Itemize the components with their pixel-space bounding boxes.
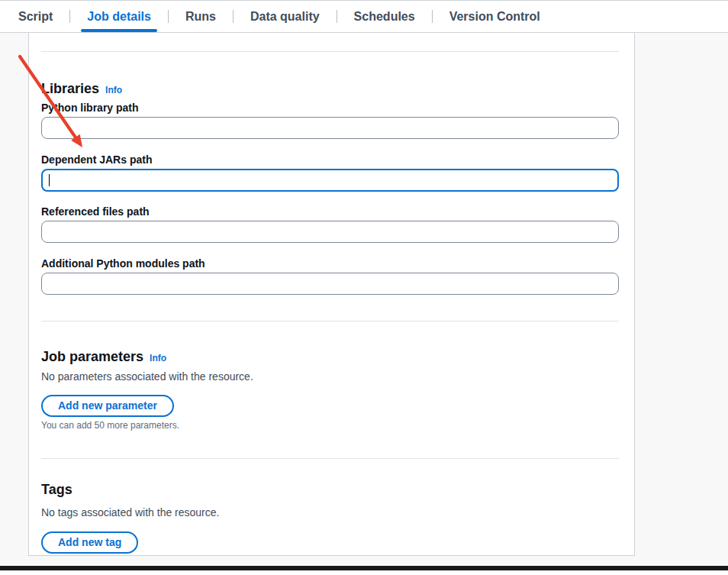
dependent-jars-path-input[interactable]: [41, 169, 619, 192]
tab-label: Job details: [87, 10, 151, 24]
glue-job-details-screen: Script Job details Runs Data quality Sch…: [0, 0, 728, 575]
section-divider: [41, 321, 619, 321]
tags-empty-text: No tags associated with the resource.: [41, 506, 619, 519]
add-new-parameter-button[interactable]: Add new parameter: [41, 395, 174, 417]
tab-data-quality[interactable]: Data quality: [234, 1, 337, 32]
tab-label: Runs: [185, 10, 216, 24]
tab-version-control[interactable]: Version Control: [433, 1, 557, 32]
tab-bar: Script Job details Runs Data quality Sch…: [0, 1, 728, 33]
section-divider: [41, 458, 619, 459]
dependent-jars-path-label: Dependent JARs path: [41, 153, 619, 166]
tags-section-header: Tags: [41, 481, 619, 498]
add-new-tag-button[interactable]: Add new tag: [41, 531, 138, 554]
python-library-path-inputwrap: [41, 117, 619, 139]
job-parameters-empty-text: No parameters associated with the resour…: [41, 370, 619, 383]
tab-label: Version Control: [449, 10, 540, 24]
text-cursor: [49, 174, 50, 186]
tab-label: Schedules: [354, 10, 415, 24]
tab-runs[interactable]: Runs: [169, 1, 233, 32]
content-panel: Libraries Info Python library path Depen…: [28, 33, 635, 556]
dependent-jars-path-inputwrap: [41, 169, 619, 192]
job-parameters-heading: Job parameters: [41, 348, 143, 365]
work-area: Libraries Info Python library path Depen…: [0, 33, 728, 566]
additional-python-modules-path-inputwrap: [41, 273, 619, 295]
job-parameters-section-header: Job parameters Info: [41, 348, 619, 365]
tags-heading: Tags: [41, 481, 72, 498]
job-parameters-helper-text: You can add 50 more parameters.: [41, 420, 619, 431]
libraries-section-header: Libraries Info: [41, 80, 619, 97]
referenced-files-path-input[interactable]: [41, 221, 619, 243]
tab-schedules[interactable]: Schedules: [337, 1, 432, 32]
tab-job-details[interactable]: Job details: [70, 1, 168, 32]
job-parameters-info-link[interactable]: Info: [150, 353, 166, 363]
tab-label: Script: [18, 10, 53, 24]
libraries-info-link[interactable]: Info: [105, 85, 122, 95]
referenced-files-path-inputwrap: [41, 221, 619, 243]
additional-python-modules-path-label: Additional Python modules path: [41, 257, 619, 270]
additional-python-modules-path-input[interactable]: [41, 273, 619, 295]
tab-script[interactable]: Script: [2, 1, 69, 32]
python-library-path-label: Python library path: [41, 101, 619, 115]
section-divider: [41, 51, 619, 52]
window-bottom-edge-bar: [0, 566, 728, 570]
python-library-path-input[interactable]: [41, 117, 619, 139]
referenced-files-path-label: Referenced files path: [41, 205, 619, 218]
libraries-heading: Libraries: [41, 80, 99, 97]
tab-label: Data quality: [250, 10, 320, 24]
